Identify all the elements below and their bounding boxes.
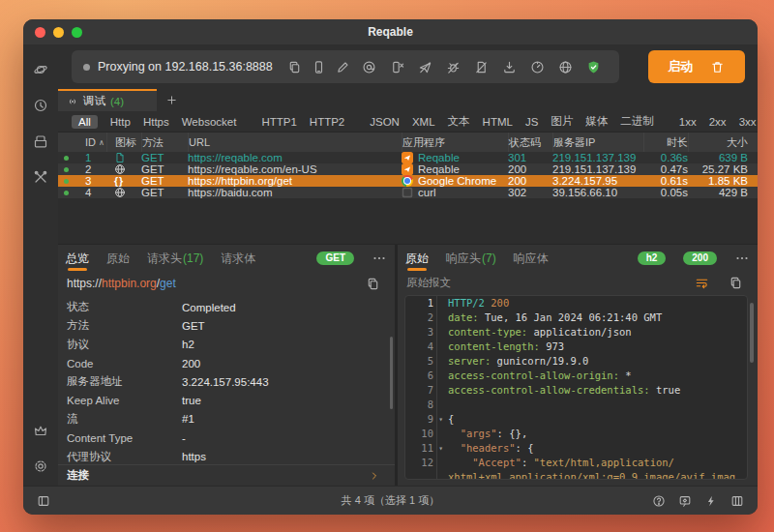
app-name: Google Chrome — [418, 175, 496, 187]
filter-html[interactable]: HTML — [483, 116, 513, 128]
cell-size: 25.27 KB — [688, 163, 758, 175]
filter-文本[interactable]: 文本 — [448, 114, 470, 129]
code-line: 9▾{ — [405, 412, 747, 427]
mock-at-icon[interactable] — [362, 60, 376, 74]
filter-websocket[interactable]: Websocket — [182, 116, 237, 128]
cell-status: 200 — [508, 163, 552, 175]
request-row[interactable]: 1GEThttps://reqable.comReqable301219.151… — [58, 152, 758, 163]
code-segment: true — [650, 384, 681, 396]
mobile-device-icon[interactable] — [312, 60, 326, 74]
url-part-plain: https:// — [67, 277, 102, 290]
code-text: content-type: application/json — [436, 325, 747, 340]
response-tab-响应体[interactable]: 响应体 — [514, 245, 549, 272]
header-url[interactable]: URL — [188, 133, 402, 152]
header-method[interactable]: 方法 — [141, 133, 188, 152]
code-segment — [448, 428, 461, 439]
request-tab-请求头[interactable]: 请求头(17) — [147, 245, 203, 272]
code-segment: 973 — [540, 340, 564, 352]
request-panel: 总览原始请求头(17)请求体GET https://httpbin.org/ge… — [58, 245, 395, 486]
new-tab-button[interactable] — [157, 89, 186, 111]
throttle-gauge-icon[interactable] — [530, 60, 545, 74]
breakpoint-off-icon[interactable] — [446, 60, 461, 74]
header-id[interactable]: ID∧ — [74, 133, 106, 152]
filter-图片[interactable]: 图片 — [551, 114, 573, 129]
filter-js[interactable]: JS — [525, 116, 538, 128]
overview-label: 服务器地址 — [67, 374, 182, 389]
toggle-sidebar-icon[interactable] — [37, 494, 50, 508]
filter-bar: AllHttpHttpsWebsocketHTTP1HTTP2JSONXML文本… — [58, 111, 758, 133]
request-panel-scrollbar[interactable] — [390, 337, 393, 409]
filter-媒体[interactable]: 媒体 — [585, 114, 608, 129]
request-row[interactable]: 4GEThttps://baidu.comcurl30239.156.66.10… — [58, 187, 758, 198]
line-number: 3 — [405, 325, 436, 340]
filter-http1[interactable]: HTTP1 — [261, 116, 296, 128]
header-status[interactable]: 状态码 — [508, 133, 552, 152]
reqable-app-icon — [402, 152, 413, 163]
script-off-icon[interactable] — [474, 60, 489, 74]
collection-box-icon[interactable] — [33, 133, 48, 149]
filter-http[interactable]: Http — [110, 116, 131, 128]
response-tab-原始[interactable]: 原始 — [405, 245, 429, 272]
request-tab-原始[interactable]: 原始 — [106, 245, 130, 272]
filter-二进制[interactable]: 二进制 — [620, 114, 654, 129]
connection-row[interactable]: 连接 — [58, 464, 395, 486]
cell-icon — [106, 187, 141, 198]
traffic-planet-icon[interactable] — [33, 62, 48, 77]
cell-id: 3 — [74, 175, 106, 187]
overview-row: 流#1 — [58, 410, 395, 429]
header-size[interactable]: 大小 — [688, 133, 758, 152]
copy-address-icon[interactable] — [287, 60, 302, 74]
capture-off-icon[interactable] — [418, 60, 432, 74]
response-scrollbar[interactable] — [750, 303, 754, 363]
certificate-shield-icon[interactable] — [586, 60, 601, 74]
edit-pencil-icon[interactable] — [336, 60, 350, 74]
filter-xml[interactable]: XML — [412, 116, 435, 128]
upgrade-crown-icon[interactable] — [33, 423, 48, 438]
filter-2xx[interactable]: 2xx — [709, 116, 727, 128]
fold-arrow-icon[interactable]: ▾ — [438, 412, 443, 427]
proxy-status-dot — [83, 64, 90, 71]
filter-all[interactable]: All — [72, 115, 98, 129]
header-ip[interactable]: 服务器IP — [552, 133, 643, 152]
word-wrap-icon[interactable] — [695, 276, 709, 290]
layout-columns-icon[interactable] — [730, 494, 744, 508]
device-disconnect-icon[interactable] — [390, 60, 404, 74]
filter-1xx[interactable]: 1xx — [679, 116, 697, 128]
response-raw-editor[interactable]: 1HTTP/2 2002date: Tue, 16 Jan 2024 06:21… — [404, 295, 748, 480]
tab-debug[interactable]: 调试 (4) — [58, 89, 157, 111]
toolbox-icon[interactable] — [33, 169, 48, 185]
request-tab-请求体[interactable]: 请求体 — [221, 245, 255, 272]
cell-time: 0.36s — [643, 152, 688, 163]
filter-3xx[interactable]: 3xx — [739, 116, 757, 128]
header-app[interactable]: 应用程序 — [402, 133, 508, 152]
settings-gear-icon[interactable] — [33, 458, 48, 474]
fold-arrow-icon[interactable]: ▾ — [438, 441, 443, 456]
clear-trash-icon[interactable] — [710, 60, 725, 74]
copy-response-icon[interactable] — [729, 276, 743, 290]
code-text: { — [436, 412, 747, 427]
header-icon[interactable]: 图标 — [106, 133, 141, 152]
feedback-icon[interactable] — [678, 494, 692, 508]
help-icon[interactable] — [652, 494, 666, 508]
code-segment — [448, 442, 461, 454]
cell-method: GET — [141, 163, 188, 175]
header-time[interactable]: 时长 — [643, 133, 688, 152]
request-row[interactable]: 2GEThttps://reqable.com/en-USReqable2002… — [58, 163, 758, 175]
overview-label: 方法 — [67, 318, 182, 333]
more-menu-icon[interactable] — [372, 251, 387, 266]
filter-json[interactable]: JSON — [370, 116, 400, 128]
proxy-globe-icon[interactable] — [558, 60, 573, 74]
request-tab-总览[interactable]: 总览 — [66, 245, 89, 272]
response-tab-响应头[interactable]: 响应头(7) — [446, 245, 496, 272]
start-button[interactable]: 启动 — [648, 50, 745, 83]
filter-https[interactable]: Https — [143, 116, 169, 128]
request-row[interactable]: 3{}GEThttps://httpbin.org/getGoogle Chro… — [58, 175, 758, 187]
filter-http2[interactable]: HTTP2 — [310, 116, 344, 128]
flash-icon[interactable] — [704, 494, 718, 508]
more-menu-icon[interactable] — [734, 251, 750, 266]
import-download-icon[interactable] — [502, 60, 517, 74]
copy-url-icon[interactable] — [366, 277, 380, 291]
cell-app: Reqable — [402, 163, 508, 175]
raw-subtab-label[interactable]: 原始报文 — [406, 276, 451, 290]
history-clock-icon[interactable] — [33, 98, 48, 113]
